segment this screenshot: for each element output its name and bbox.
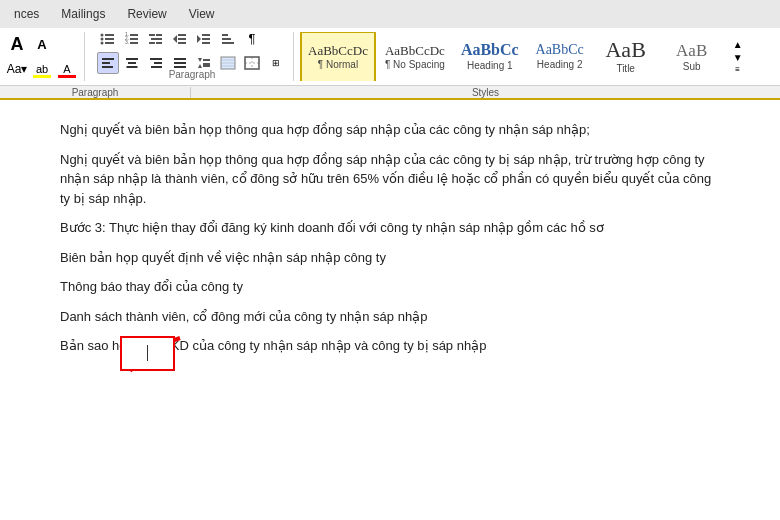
svg-rect-38 <box>174 58 186 60</box>
svg-rect-9 <box>130 38 138 40</box>
svg-rect-17 <box>156 42 162 44</box>
svg-rect-1 <box>105 34 114 36</box>
sort-button[interactable] <box>217 28 239 50</box>
svg-rect-28 <box>222 42 234 44</box>
svg-rect-36 <box>154 62 162 64</box>
svg-marker-22 <box>197 35 201 43</box>
style-heading1-label: Heading 1 <box>467 60 513 71</box>
style-title-label: Title <box>616 63 635 74</box>
svg-rect-14 <box>149 42 155 44</box>
style-title[interactable]: AaB Title <box>594 32 658 81</box>
doc-paragraph-2: Bước 3: Thực hiện thay đổi đăng ký kinh … <box>60 218 720 238</box>
highlight-button[interactable]: ab <box>31 58 53 80</box>
doc-paragraph-0: Nghị quyết và biên bản họp thông qua hợp… <box>60 120 720 140</box>
ribbon: nces Mailings Review View A A Aa▾ ab A <box>0 0 780 100</box>
paragraph-label: Paragraph <box>91 69 293 80</box>
svg-rect-23 <box>202 34 210 36</box>
styles-section-label: Styles <box>197 87 774 98</box>
style-heading1-preview: AaBbCc <box>461 42 519 58</box>
font-size-small-a[interactable]: A <box>31 33 53 55</box>
text-cursor <box>147 345 148 361</box>
tab-nces[interactable]: nces <box>4 3 49 25</box>
decrease-indent-button[interactable] <box>169 28 191 50</box>
style-normal-label: ¶ Normal <box>318 59 358 70</box>
doc-paragraph-4: Thông báo thay đổi của công ty <box>60 277 720 297</box>
svg-rect-3 <box>105 38 114 40</box>
svg-rect-11 <box>130 42 138 44</box>
style-subtitle-label: Sub <box>683 61 701 72</box>
svg-text:3.: 3. <box>125 39 129 45</box>
font-color-button[interactable]: A <box>56 58 78 80</box>
svg-point-0 <box>101 33 104 36</box>
svg-rect-24 <box>202 38 210 40</box>
style-title-preview: AaB <box>605 39 645 61</box>
svg-rect-37 <box>151 66 162 68</box>
svg-rect-33 <box>128 62 136 64</box>
svg-point-2 <box>101 37 104 40</box>
svg-rect-39 <box>174 62 186 64</box>
styles-section: AaBbCcDc ¶ Normal AaBbCcDc ¶ No Spacing … <box>300 32 774 81</box>
tab-view[interactable]: View <box>179 3 225 25</box>
svg-rect-40 <box>174 66 186 68</box>
font-size-large-a[interactable]: A <box>6 33 28 55</box>
tab-bar: nces Mailings Review View <box>0 0 780 28</box>
svg-rect-12 <box>149 34 155 36</box>
style-normal[interactable]: AaBbCcDc ¶ Normal <box>300 32 376 81</box>
svg-rect-27 <box>222 38 231 40</box>
svg-rect-21 <box>178 42 186 44</box>
svg-rect-31 <box>102 66 113 68</box>
aa-button[interactable]: Aa▾ <box>6 58 28 80</box>
style-no-spacing[interactable]: AaBbCcDc ¶ No Spacing <box>378 32 452 81</box>
style-subtitle-preview: AaB <box>676 42 707 59</box>
svg-rect-25 <box>202 42 210 44</box>
svg-point-4 <box>101 41 104 44</box>
toolbar-labels-row: Paragraph Styles <box>0 86 780 100</box>
style-heading2[interactable]: AaBbCc Heading 2 <box>528 32 592 81</box>
svg-marker-41 <box>198 58 202 62</box>
toolbar-row: A A Aa▾ ab A <box>0 28 780 86</box>
style-normal-preview: AaBbCcDc <box>308 44 368 57</box>
doc-paragraph-3: Biên bản họp quyết định về việc nhận sáp… <box>60 248 720 268</box>
multilevel-list-button[interactable] <box>145 28 167 50</box>
document-area[interactable]: Nghị quyết và biên bản họp thông qua hợp… <box>0 100 780 520</box>
tab-mailings[interactable]: Mailings <box>51 3 115 25</box>
style-no-spacing-preview: AaBbCcDc <box>385 44 445 57</box>
style-heading1[interactable]: AaBbCc Heading 1 <box>454 32 526 81</box>
svg-rect-43 <box>203 59 210 61</box>
svg-rect-35 <box>150 58 162 60</box>
svg-rect-26 <box>222 34 228 36</box>
style-heading2-preview: AaBbCc <box>536 43 584 57</box>
style-heading2-label: Heading 2 <box>537 59 583 70</box>
svg-rect-34 <box>127 66 138 68</box>
style-no-spacing-label: ¶ No Spacing <box>385 59 445 70</box>
svg-rect-19 <box>178 34 186 36</box>
svg-rect-16 <box>156 38 162 40</box>
styles-scroll-button[interactable]: ▲ ▼ ≡ <box>726 35 750 79</box>
bullet-list-button[interactable] <box>97 28 119 50</box>
tab-review[interactable]: Review <box>117 3 176 25</box>
doc-paragraph-5: Danh sách thành viên, cổ đông mới của cô… <box>60 307 720 327</box>
svg-rect-44 <box>203 63 210 65</box>
cursor-box[interactable] <box>120 336 175 371</box>
increase-indent-button[interactable] <box>193 28 215 50</box>
svg-rect-5 <box>105 42 114 44</box>
svg-rect-32 <box>126 58 138 60</box>
svg-marker-18 <box>173 35 177 43</box>
svg-rect-30 <box>102 62 110 64</box>
svg-rect-29 <box>102 58 114 60</box>
svg-rect-13 <box>151 38 156 40</box>
svg-rect-20 <box>178 38 186 40</box>
svg-rect-45 <box>203 65 210 67</box>
numbered-list-button[interactable]: 1.2.3. <box>121 28 143 50</box>
paragraph-mark-button[interactable]: ¶ <box>241 28 263 50</box>
doc-paragraph-1: Nghị quyết và biên bản họp thông qua hợp… <box>60 150 720 209</box>
svg-rect-7 <box>130 34 138 36</box>
style-subtitle[interactable]: AaB Sub <box>660 32 724 81</box>
paragraph-section-label: Paragraph <box>6 87 191 98</box>
svg-rect-15 <box>156 34 162 36</box>
svg-marker-42 <box>198 64 202 68</box>
